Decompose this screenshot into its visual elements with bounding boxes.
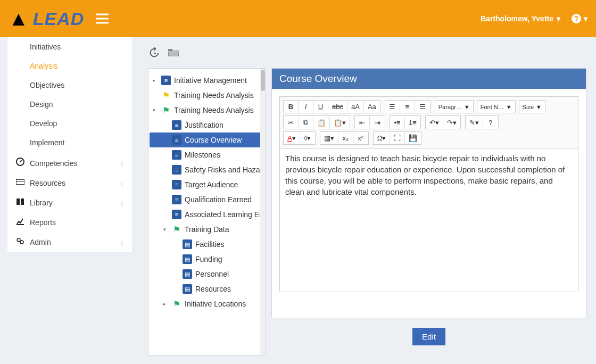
subscript-button[interactable]: x₂ <box>338 132 353 144</box>
paste-button[interactable]: 📋 <box>313 116 330 129</box>
sidebar-item-library[interactable]: Library〈 <box>7 193 132 212</box>
save-draft-button[interactable]: 💾 <box>405 132 421 144</box>
svg-point-5 <box>17 238 20 242</box>
tree-item-label: Qualification Earned <box>185 195 252 204</box>
clipboard-icon: ▤ <box>183 284 192 294</box>
tree-item[interactable]: ≡Justification <box>150 118 263 133</box>
outdent-button[interactable]: ⇤ <box>355 116 370 129</box>
redo-button[interactable]: ↷▾ <box>443 116 460 129</box>
tree-item[interactable]: ≡Milestones <box>150 147 263 162</box>
paragraph-select[interactable]: Paragr… ▼ <box>435 100 474 113</box>
highlight-button[interactable]: ✎▾ <box>466 116 483 129</box>
sidebar-item-resources[interactable]: Resources〈 <box>7 173 132 193</box>
underline-button[interactable]: U <box>313 101 328 113</box>
number-list-button[interactable]: 1≡ <box>405 116 420 129</box>
tree-item[interactable]: ▾⚑Training Needs Analysis <box>150 103 263 118</box>
gears-icon <box>16 237 26 245</box>
tree-caret-icon: ▸ <box>163 301 169 307</box>
font-button[interactable]: Aa <box>364 101 380 113</box>
tree-item-label: Funding <box>195 255 222 263</box>
folder-button[interactable] <box>167 47 180 59</box>
paste-options-button[interactable]: 📋▾ <box>330 116 350 129</box>
tree-item-label: Initiative Locations <box>185 300 246 308</box>
tree-item[interactable]: ▸≡Initiative Management <box>150 73 263 88</box>
align-right-button[interactable]: ☰ <box>415 101 430 113</box>
align-center-button[interactable]: ≡ <box>400 101 415 113</box>
tree-item-label: Target Audience <box>185 180 238 189</box>
tree-item-label: Milestones <box>185 151 220 159</box>
superscript-button[interactable]: x² <box>353 132 368 144</box>
tree-item-label: Resources <box>195 285 231 293</box>
align-left-button[interactable]: ☰ <box>385 101 400 113</box>
user-name: Bartholomew, Yvette <box>481 14 553 23</box>
table-button[interactable]: ▦▾ <box>320 132 338 144</box>
bold-button[interactable]: B <box>284 101 299 113</box>
menu-toggle-button[interactable] <box>96 13 109 24</box>
symbol-button[interactable]: Ω▾ <box>374 132 391 144</box>
sidebar-item-develop[interactable]: Develop <box>7 114 132 133</box>
chevron-left-icon: 〈 <box>118 160 123 168</box>
tree-item[interactable]: ▤Funding <box>150 252 263 267</box>
fullscreen-button[interactable]: ⛶ <box>390 132 405 144</box>
tree-item[interactable]: ▤Facilities <box>150 237 263 252</box>
strikethrough-button[interactable]: abc <box>328 101 347 113</box>
tree-item[interactable]: ▤Resources <box>150 282 263 296</box>
user-menu[interactable]: Bartholomew, Yvette ▾ <box>481 14 560 23</box>
sidebar-item-label: Admin <box>30 238 51 246</box>
sidebar-item-design[interactable]: Design <box>7 95 132 114</box>
font-size-select[interactable]: Size▼ <box>519 100 545 113</box>
cut-button[interactable]: ✂ <box>284 116 299 129</box>
sidebar-item-reports[interactable]: Reports <box>7 212 132 232</box>
document-icon: ≡ <box>172 165 181 175</box>
tree-item[interactable]: ≡Safety Risks and Hazards <box>150 162 263 177</box>
history-button[interactable] <box>148 47 160 59</box>
tree-item[interactable]: ≡Target Audience <box>150 177 263 192</box>
tree-item[interactable]: ≡Qualification Earned <box>150 192 263 207</box>
tree-caret-icon: ▾ <box>163 227 169 232</box>
sidebar-item-implement[interactable]: Implement <box>7 133 132 152</box>
caret-down-icon: ▾ <box>557 14 560 23</box>
tree-item-label: Safety Risks and Hazards <box>185 166 266 174</box>
tree-item[interactable]: ▸⚑Initiative Locations <box>150 296 263 311</box>
tree-item[interactable]: ≡Associated Learning Environments <box>150 207 263 222</box>
chevron-left-icon: 〈 <box>118 180 123 188</box>
case-button[interactable]: aA <box>347 101 364 113</box>
tree-item[interactable]: ▾⚑Training Data <box>150 222 263 237</box>
sidebar-item-objectives[interactable]: Objectives <box>7 76 132 95</box>
bullet-list-button[interactable]: •≡ <box>390 116 405 129</box>
tree-item[interactable]: ▤Personnel <box>150 267 263 282</box>
help-toolbar-button[interactable]: ? <box>483 116 498 129</box>
editor-textarea[interactable]: This course is designed to teach basic b… <box>279 148 578 292</box>
sidebar-item-admin[interactable]: Admin〈 <box>7 232 132 252</box>
copy-button[interactable]: ⧉ <box>299 116 313 129</box>
caret-down-icon: ▾ <box>584 14 587 23</box>
sidebar-item-competencies[interactable]: Competencies〈 <box>7 152 132 173</box>
clipboard-icon: ▤ <box>183 269 192 279</box>
resources-icon <box>16 178 26 186</box>
document-icon: ≡ <box>172 120 181 130</box>
sidebar-item-label: Reports <box>30 218 56 227</box>
text-color-button[interactable]: A▾ <box>284 132 300 144</box>
editor-panel: Course Overview B I U abc aA Aa <box>271 68 586 318</box>
indent-button[interactable]: ⇥ <box>370 116 385 129</box>
editor-toolbar: B I U abc aA Aa ☰ ≡ ☰ <box>279 96 578 148</box>
edit-button[interactable]: Edit <box>412 328 445 345</box>
flag-green-icon: ⚑ <box>172 225 181 234</box>
tree-scroll-thumb[interactable] <box>261 70 265 91</box>
font-name-select[interactable]: Font N… ▼ <box>477 100 516 113</box>
sidebar: InitiativesAnalysisObjectivesDesignDevel… <box>0 37 132 364</box>
folder-icon <box>167 47 180 59</box>
sidebar-item-analysis[interactable]: Analysis <box>7 56 132 76</box>
tree-item-label: Initiative Management <box>174 76 247 85</box>
italic-button[interactable]: I <box>299 101 313 113</box>
tree-item[interactable]: ≡Course Overview <box>150 133 263 147</box>
tree-scrollbar[interactable] <box>260 69 266 355</box>
undo-button[interactable]: ↶▾ <box>426 116 443 129</box>
tree-item-label: Training Needs Analysis <box>174 106 254 114</box>
help-menu[interactable]: ? ▾ <box>571 13 587 24</box>
tree-item[interactable]: ⚑Training Needs Analysis <box>150 88 263 103</box>
sidebar-item-initiatives[interactable]: Initiatives <box>7 37 132 56</box>
bg-color-button[interactable]: ◊▾ <box>300 132 315 144</box>
tree-caret-icon: ▾ <box>153 107 158 113</box>
tree-item-label: Training Data <box>185 225 229 234</box>
